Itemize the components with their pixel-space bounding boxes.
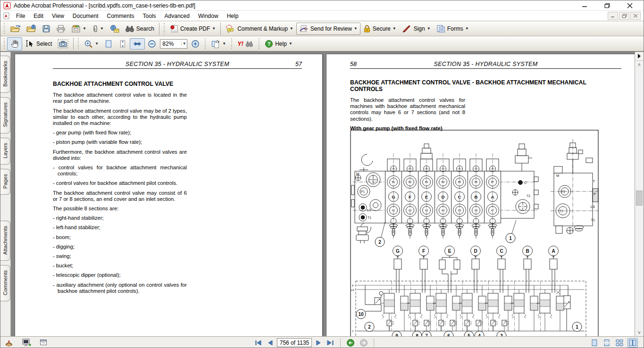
page-number-input[interactable] — [277, 340, 311, 346]
doc-restore-button[interactable] — [619, 12, 629, 20]
first-page-button[interactable] — [253, 339, 263, 347]
menu-edit[interactable]: Edit — [29, 12, 48, 20]
menu-comments[interactable]: Comments — [103, 12, 139, 20]
forms-button[interactable]: Forms▼ — [434, 23, 472, 35]
secure-button[interactable]: Secure▼ — [360, 23, 399, 35]
sidebar-tab-bookmarks[interactable]: Bookmarks — [0, 56, 10, 93]
open-web-button[interactable] — [23, 23, 39, 35]
scrollbar-track[interactable] — [635, 68, 644, 329]
next-view-button[interactable] — [359, 338, 369, 348]
toolbar-grip[interactable] — [77, 38, 80, 50]
toolbar-grip[interactable] — [204, 38, 207, 50]
previous-view-button[interactable] — [345, 338, 356, 348]
toolbar-grip[interactable] — [230, 38, 233, 50]
print-button[interactable] — [53, 23, 68, 35]
zoom-tool-button[interactable]: ▼ — [81, 38, 101, 50]
page-display-button[interactable]: ▼ — [208, 38, 229, 50]
menu-help[interactable]: Help — [223, 12, 243, 20]
menu-tools[interactable]: Tools — [139, 12, 160, 20]
fit-page-button[interactable] — [116, 38, 130, 50]
sidebar-tab-signatures[interactable]: Signatures — [0, 97, 10, 133]
window-minimize-button[interactable] — [580, 2, 589, 9]
scrollbar-thumb[interactable] — [636, 191, 643, 206]
previous-page-button[interactable] — [266, 339, 274, 347]
svg-text:C: C — [500, 249, 503, 254]
facing-view-button[interactable] — [627, 338, 638, 348]
last-page-button[interactable] — [326, 339, 335, 347]
scroll-down-button[interactable]: ˅ — [635, 329, 644, 336]
attach-button[interactable]: ▼ — [89, 23, 107, 35]
document-pane[interactable]: SECTION 35 - HYDRAULIC SYSTEM 57 BACKHOE… — [11, 52, 635, 336]
menu-document[interactable]: Document — [68, 12, 103, 20]
callout-bottom-6: 6 — [444, 331, 453, 336]
svg-text:T1: T1 — [368, 216, 371, 219]
select-tool-button[interactable]: Select — [22, 38, 55, 50]
open-button[interactable] — [7, 23, 23, 35]
dropdown-caret: ▼ — [465, 27, 469, 31]
menu-file[interactable]: File — [12, 12, 29, 20]
search-button[interactable]: Search — [122, 23, 157, 34]
status-bar — [0, 336, 644, 348]
doc-close-button[interactable] — [630, 12, 641, 20]
zoom-out-button[interactable] — [145, 38, 159, 50]
sidebar-tab-comments[interactable]: Comments — [0, 265, 10, 301]
dropdown-caret: ▼ — [83, 27, 86, 31]
doc-minimize-button[interactable] — [608, 12, 618, 20]
cake-icon — [5, 339, 13, 347]
continuous-facing-icon — [615, 339, 624, 347]
next-page-button[interactable] — [315, 339, 323, 347]
continuous-view-button[interactable] — [602, 338, 611, 348]
toolbar-grip[interactable] — [258, 38, 260, 50]
page-58-header: 58 SECTION 35 - HYDRAULIC SYSTEM — [350, 61, 621, 69]
save-button[interactable] — [39, 23, 53, 35]
window-close-button[interactable] — [626, 2, 634, 9]
organizer-button[interactable]: ▼ — [68, 23, 89, 35]
sidebar-tab-pages[interactable]: Pages — [0, 169, 10, 195]
menu-window[interactable]: Window — [194, 12, 223, 20]
actual-size-button[interactable] — [101, 38, 116, 50]
help-button[interactable]: ?Help▼ — [262, 38, 295, 50]
print-production-button[interactable] — [3, 338, 15, 348]
zoom-level-caret[interactable]: ▼ — [181, 41, 187, 46]
continuous-facing-view-button[interactable] — [614, 338, 625, 348]
sign-button[interactable]: Sign▼ — [399, 23, 434, 34]
send-for-review-button[interactable]: Send for Review▼ — [296, 23, 360, 35]
menu-advanced[interactable]: Advanced — [160, 12, 194, 20]
svg-text:G: G — [396, 249, 400, 254]
fit-width-button[interactable] — [130, 38, 145, 50]
list-item: - swing; — [53, 253, 187, 259]
zoom-in-button[interactable] — [188, 38, 202, 50]
menu-view[interactable]: View — [48, 12, 68, 20]
comment-markup-button[interactable]: Comment & Markup▼ — [223, 23, 296, 35]
zoom-level-input[interactable] — [160, 40, 181, 48]
toolbar-grip[interactable] — [163, 23, 166, 34]
fullscreen-view-button[interactable] — [20, 338, 33, 348]
callout-bottom-5: 5 — [464, 331, 474, 336]
toolbar-grip[interactable] — [3, 38, 6, 50]
yahoo-search-button[interactable]: Y! — [234, 38, 256, 49]
svg-text:T3: T3 — [527, 194, 530, 198]
page-number-box — [277, 338, 312, 347]
svg-text:M: M — [356, 172, 359, 176]
lock-icon — [363, 25, 371, 33]
window-restore-button[interactable] — [603, 2, 611, 9]
pdf-page-58: 58 SECTION 35 - HYDRAULIC SYSTEM BACKHOE… — [326, 54, 635, 336]
hand-tool-button[interactable] — [7, 37, 22, 50]
callout-bottom-9: 9 — [392, 331, 401, 336]
sidebar-tab-attachments[interactable]: Attachments — [0, 221, 10, 261]
sidebar-tab-layers[interactable]: Layers — [0, 138, 10, 165]
organizer-icon — [71, 25, 81, 33]
panel-toggle-button[interactable] — [635, 52, 644, 61]
open-folder-icon — [10, 25, 20, 33]
create-pdf-button[interactable]: Create PDF▼ — [167, 23, 218, 35]
send-review-label: Send for Review — [310, 25, 352, 32]
list-item: - right-hand stabilizer; — [53, 215, 187, 221]
toolbar-grip[interactable] — [3, 23, 6, 34]
scroll-up-button[interactable]: ˄ — [635, 61, 644, 68]
window-layout-button[interactable] — [38, 338, 49, 347]
snapshot-tool-button[interactable] — [55, 37, 71, 50]
email-button[interactable] — [107, 23, 122, 35]
dropdown-caret: ▼ — [354, 27, 358, 31]
select-cursor-icon — [25, 40, 34, 48]
single-page-view-button[interactable] — [590, 338, 599, 348]
